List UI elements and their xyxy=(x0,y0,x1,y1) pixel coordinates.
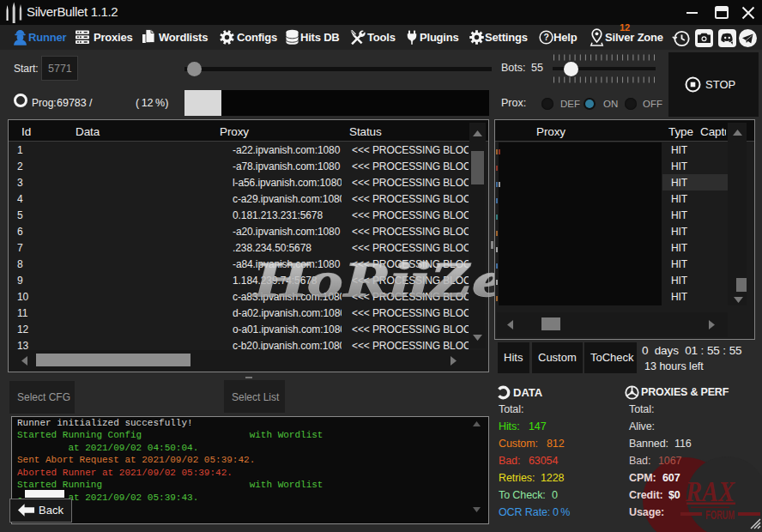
svg-text:?: ? xyxy=(543,33,548,42)
svg-text:FORUM: FORUM xyxy=(705,508,735,522)
svg-text:HoRiiZe: HoRiiZe xyxy=(252,252,504,306)
